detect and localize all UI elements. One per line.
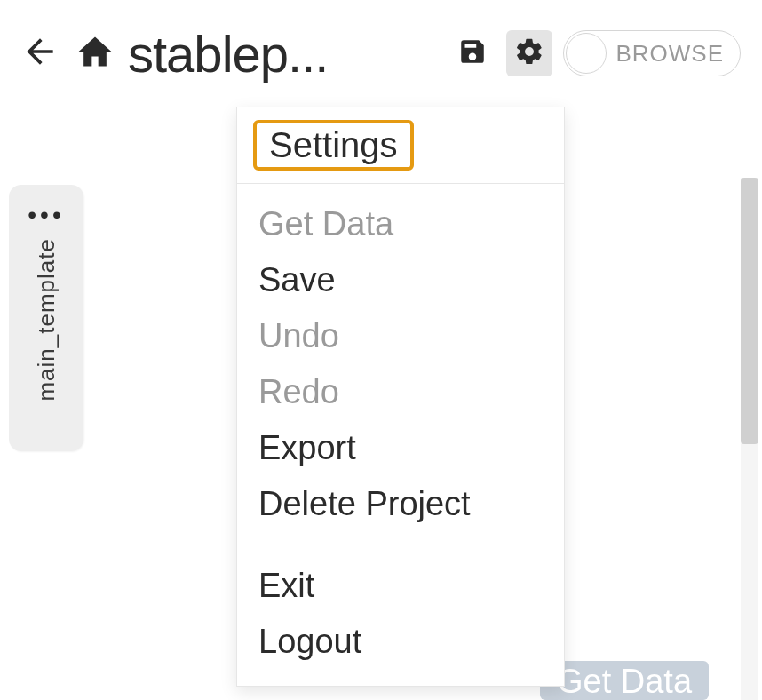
arrow-left-icon	[20, 32, 60, 75]
more-icon: •••	[28, 203, 64, 227]
save-icon	[457, 36, 488, 70]
project-title: stablep...	[128, 24, 328, 84]
menu-item-label: Get Data	[258, 205, 393, 243]
gear-icon	[514, 36, 544, 70]
toggle-knob	[566, 33, 607, 74]
home-button[interactable]	[73, 31, 117, 76]
menu-item-save[interactable]: Save	[237, 252, 564, 308]
menu-item-undo: Undo	[237, 308, 564, 364]
menu-item-label: Delete Project	[258, 485, 471, 522]
sidebar-template-tab[interactable]: ••• main_template	[9, 185, 83, 451]
browse-toggle-label: BROWSE	[615, 40, 724, 68]
browse-toggle[interactable]: BROWSE	[563, 30, 741, 76]
scrollbar-thumb[interactable]	[741, 178, 758, 444]
menu-item-get-data: Get Data	[237, 196, 564, 252]
get-data-button-label: Get Data	[557, 663, 692, 700]
settings-menu-body: Get Data Save Undo Redo Export Delete Pr…	[237, 184, 564, 686]
menu-item-export[interactable]: Export	[237, 420, 564, 476]
menu-item-logout[interactable]: Logout	[237, 614, 564, 670]
menu-item-label: Logout	[258, 623, 361, 660]
back-button[interactable]	[18, 31, 62, 76]
menu-item-label: Save	[258, 261, 336, 298]
home-icon	[75, 32, 115, 75]
settings-button[interactable]	[506, 30, 552, 76]
get-data-button[interactable]: Get Data	[540, 661, 709, 700]
save-button[interactable]	[449, 30, 496, 76]
menu-item-label: Redo	[258, 373, 339, 410]
header-bar: stablep... BROWSE	[0, 0, 762, 107]
menu-item-label: Undo	[258, 317, 339, 354]
menu-item-label: Exit	[258, 567, 314, 604]
menu-item-label: Export	[258, 429, 356, 466]
menu-item-delete-project[interactable]: Delete Project	[237, 476, 564, 532]
menu-separator	[237, 545, 564, 545]
settings-menu: Settings Get Data Save Undo Redo Export …	[236, 107, 565, 687]
settings-menu-header: Settings	[237, 107, 564, 184]
menu-item-exit[interactable]: Exit	[237, 558, 564, 614]
header-right-controls: BROWSE	[449, 30, 741, 76]
menu-item-redo: Redo	[237, 364, 564, 420]
settings-menu-title[interactable]: Settings	[253, 120, 414, 171]
sidebar-tab-label: main_template	[33, 238, 60, 402]
